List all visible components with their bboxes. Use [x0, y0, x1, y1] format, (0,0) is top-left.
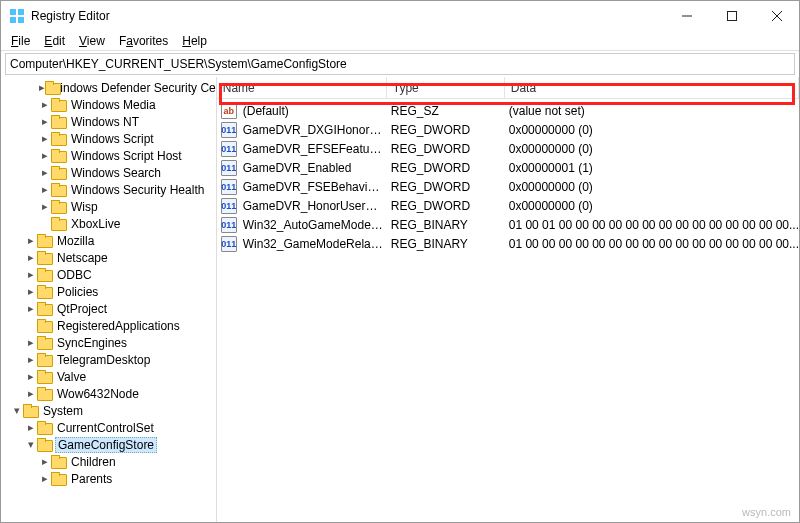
menu-file[interactable]: File — [5, 32, 36, 50]
expand-icon[interactable]: ▸ — [25, 370, 37, 383]
expand-icon[interactable]: ▸ — [25, 285, 37, 298]
tree-item[interactable]: ▸CurrentControlSet — [1, 419, 216, 436]
tree-label: Valve — [55, 370, 88, 384]
value-name: GameDVR_FSEBehaviorM... — [237, 180, 385, 194]
tree-item[interactable]: ▸Wisp — [1, 198, 216, 215]
tree-pane[interactable]: ▸Windows Defender Security Ce ▸Windows M… — [1, 77, 217, 522]
value-row[interactable]: 011GameDVR_HonorUserFSE...REG_DWORD0x000… — [217, 196, 799, 215]
tree-item[interactable]: ▸Children — [1, 453, 216, 470]
expand-icon[interactable]: ▸ — [39, 98, 51, 111]
tree-item[interactable]: ▸Policies — [1, 283, 216, 300]
expand-icon[interactable]: ▸ — [25, 387, 37, 400]
titlebar: Registry Editor — [1, 1, 799, 31]
expand-icon[interactable]: ▸ — [25, 336, 37, 349]
tree-item[interactable]: ▸Mozilla — [1, 232, 216, 249]
folder-icon — [51, 183, 67, 197]
expand-icon[interactable]: ▸ — [39, 149, 51, 162]
menu-help[interactable]: Help — [176, 32, 213, 50]
value-data: 0x00000000 (0) — [503, 142, 799, 156]
address-bar[interactable]: Computer\HKEY_CURRENT_USER\System\GameCo… — [5, 53, 795, 75]
expand-icon[interactable]: ▸ — [25, 353, 37, 366]
tree-item[interactable]: ▸SyncEngines — [1, 334, 216, 351]
tree-item-selected[interactable]: ▾GameConfigStore — [1, 436, 216, 453]
expand-icon[interactable]: ▸ — [39, 200, 51, 213]
expand-icon[interactable]: ▸ — [39, 115, 51, 128]
folder-icon — [51, 115, 67, 129]
tree-label: System — [41, 404, 85, 418]
column-header-data[interactable]: Data — [505, 77, 799, 98]
value-data: 0x00000000 (0) — [503, 180, 799, 194]
tree-item[interactable]: ▸Windows Media — [1, 96, 216, 113]
close-button[interactable] — [754, 1, 799, 31]
expand-icon[interactable]: ▸ — [39, 166, 51, 179]
column-header-name[interactable]: Name — [217, 77, 387, 98]
expand-icon[interactable]: ▸ — [25, 251, 37, 264]
value-row[interactable]: 011GameDVR_FSEBehaviorM...REG_DWORD0x000… — [217, 177, 799, 196]
maximize-button[interactable] — [709, 1, 754, 31]
folder-icon — [37, 421, 53, 435]
tree-item[interactable]: ▾System — [1, 402, 216, 419]
string-value-icon: ab — [221, 103, 237, 119]
menu-view[interactable]: View — [73, 32, 111, 50]
expand-icon[interactable]: ▸ — [39, 455, 51, 468]
value-row[interactable]: 011GameDVR_DXGIHonorFS...REG_DWORD0x0000… — [217, 120, 799, 139]
collapse-icon[interactable]: ▾ — [25, 438, 37, 451]
value-type: REG_DWORD — [385, 161, 503, 175]
tree-label: TelegramDesktop — [55, 353, 152, 367]
tree-label: GameConfigStore — [55, 437, 157, 453]
tree-item[interactable]: XboxLive — [1, 215, 216, 232]
tree-item[interactable]: ▸QtProject — [1, 300, 216, 317]
tree-item[interactable]: ▸Parents — [1, 470, 216, 487]
values-list[interactable]: Name Type Data ab(Default)REG_SZ(value n… — [217, 77, 799, 522]
svg-rect-5 — [727, 12, 736, 21]
value-data: (value not set) — [503, 104, 799, 118]
value-row[interactable]: ab(Default)REG_SZ(value not set) — [217, 101, 799, 120]
dword-value-icon: 011 — [221, 122, 237, 138]
folder-icon — [37, 319, 53, 333]
folder-icon — [51, 200, 67, 214]
column-header-type[interactable]: Type — [387, 77, 505, 98]
value-type: REG_BINARY — [385, 218, 503, 232]
tree-item[interactable]: ▸ODBC — [1, 266, 216, 283]
value-type: REG_DWORD — [385, 180, 503, 194]
tree-item[interactable]: ▸Windows Defender Security Ce — [1, 79, 216, 96]
value-row[interactable]: 011Win32_AutoGameModeD...REG_BINARY01 00… — [217, 215, 799, 234]
menu-favorites[interactable]: Favorites — [113, 32, 174, 50]
value-row[interactable]: 011GameDVR_EFSEFeatureFl...REG_DWORD0x00… — [217, 139, 799, 158]
tree-item[interactable]: ▸Netscape — [1, 249, 216, 266]
menu-edit[interactable]: Edit — [38, 32, 71, 50]
expand-icon[interactable]: ▸ — [25, 302, 37, 315]
collapse-icon[interactable]: ▾ — [11, 404, 23, 417]
folder-icon — [51, 455, 67, 469]
expand-icon[interactable]: ▸ — [39, 472, 51, 485]
value-data: 01 00 00 00 00 00 00 00 00 00 00 00 00 0… — [503, 237, 799, 251]
tree-item[interactable]: ▸Windows Script Host — [1, 147, 216, 164]
folder-icon — [37, 234, 53, 248]
value-type: REG_DWORD — [385, 123, 503, 137]
folder-icon — [37, 387, 53, 401]
tree-item[interactable]: ▸Windows Search — [1, 164, 216, 181]
tree-label: Children — [69, 455, 118, 469]
value-name: Win32_GameModeRelate... — [237, 237, 385, 251]
expand-icon[interactable]: ▸ — [39, 132, 51, 145]
tree-item[interactable]: ▸Valve — [1, 368, 216, 385]
folder-icon — [51, 132, 67, 146]
value-row[interactable]: 011Win32_GameModeRelate...REG_BINARY01 0… — [217, 234, 799, 253]
value-type: REG_SZ — [385, 104, 503, 118]
value-name: GameDVR_HonorUserFSE... — [237, 199, 385, 213]
tree-item[interactable]: ▸Windows NT — [1, 113, 216, 130]
value-row-highlighted[interactable]: 011GameDVR_EnabledREG_DWORD0x00000001 (1… — [217, 158, 799, 177]
expand-icon[interactable]: ▸ — [39, 183, 51, 196]
tree-item[interactable]: ▸TelegramDesktop — [1, 351, 216, 368]
minimize-button[interactable] — [664, 1, 709, 31]
value-name: (Default) — [237, 104, 385, 118]
tree-item[interactable]: ▸Windows Script — [1, 130, 216, 147]
tree-item[interactable]: ▸Windows Security Health — [1, 181, 216, 198]
expand-icon[interactable]: ▸ — [25, 234, 37, 247]
folder-icon — [51, 472, 67, 486]
tree-item[interactable]: ▸Wow6432Node — [1, 385, 216, 402]
tree-item[interactable]: RegisteredApplications — [1, 317, 216, 334]
expand-icon[interactable]: ▸ — [25, 421, 37, 434]
tree-label: SyncEngines — [55, 336, 129, 350]
expand-icon[interactable]: ▸ — [25, 268, 37, 281]
